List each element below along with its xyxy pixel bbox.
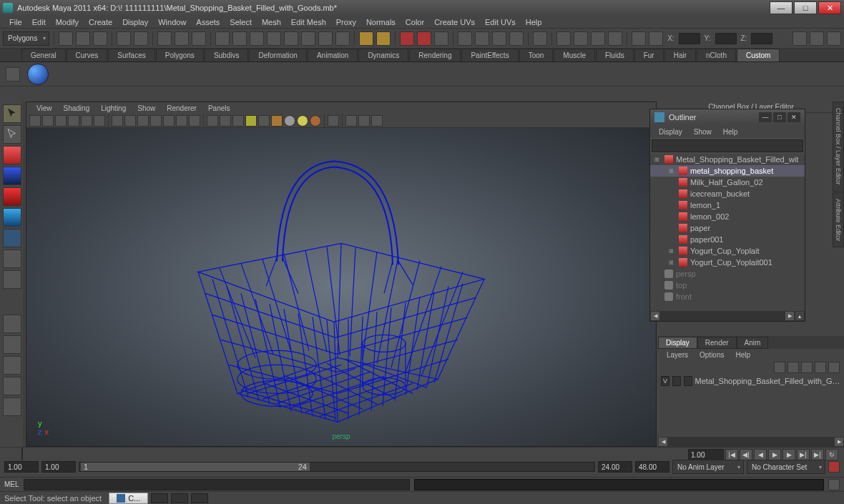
shelf-tab-hair[interactable]: Hair — [664, 49, 696, 61]
layout-icon[interactable] — [793, 31, 807, 46]
outliner-menu-help[interactable]: Help — [717, 128, 744, 136]
loop-button[interactable]: ↻ — [825, 449, 838, 460]
snap-live-icon[interactable] — [284, 31, 298, 46]
vp-icon[interactable] — [29, 115, 41, 127]
tool-icon[interactable] — [335, 31, 350, 46]
character-set-dropdown[interactable]: No Character Set — [747, 460, 825, 474]
outliner-max-button[interactable]: □ — [773, 112, 786, 122]
play-forward-button[interactable]: ▶ — [782, 449, 795, 460]
outliner-scrollbar[interactable]: ◀▶▲ — [650, 311, 805, 321]
layer-menu-layers[interactable]: Layers — [661, 351, 694, 359]
single-view-icon[interactable] — [3, 315, 21, 333]
layout-icon[interactable] — [3, 397, 21, 416]
tool-icon[interactable] — [574, 31, 588, 46]
taskbar-app-button[interactable]: C... — [109, 493, 148, 504]
outliner-item[interactable]: ⊞Metal_Shopping_Basket_Filled_wit — [650, 154, 805, 165]
show-manip-tool[interactable] — [3, 270, 21, 289]
vp-icon[interactable] — [55, 115, 67, 127]
vp-menu-lighting[interactable]: Lighting — [95, 104, 132, 112]
outliner-tree[interactable]: ⊞Metal_Shopping_Basket_Filled_wit⊞metal_… — [650, 154, 805, 311]
layout-icon[interactable] — [810, 31, 824, 46]
vp-icon[interactable] — [189, 115, 200, 127]
layer-type-toggle[interactable] — [672, 376, 681, 386]
vp-icon[interactable] — [42, 115, 54, 127]
command-input[interactable] — [24, 479, 410, 490]
layer-menu-options[interactable]: Options — [694, 351, 730, 359]
outliner-item[interactable]: Milk_Half_Gallon_02 — [650, 177, 805, 188]
vp-icon[interactable] — [176, 115, 187, 127]
outliner-item[interactable]: lemon_1 — [650, 199, 805, 211]
layer-icon[interactable] — [801, 362, 813, 373]
outliner-search-input[interactable] — [652, 139, 803, 152]
snap-point-icon[interactable] — [250, 31, 264, 46]
outliner-min-button[interactable]: — — [759, 112, 772, 122]
layer-visibility-toggle[interactable]: V — [661, 376, 669, 386]
vp-icon[interactable] — [207, 115, 218, 127]
vp-menu-show[interactable]: Show — [132, 104, 161, 112]
shelf-tab-fluids[interactable]: Fluids — [596, 49, 634, 61]
coord-x-input[interactable] — [679, 33, 700, 44]
tool-icon[interactable] — [492, 31, 506, 46]
layer-icon[interactable] — [815, 362, 826, 373]
go-end-button[interactable]: ▶| — [811, 449, 824, 460]
shelf-tab-surfaces[interactable]: Surfaces — [108, 49, 154, 61]
anim-start-field[interactable]: 1.00 — [4, 461, 39, 473]
menu-proxy[interactable]: Proxy — [331, 18, 361, 26]
anim-end-field[interactable]: 48.00 — [635, 461, 669, 473]
vp-icon[interactable] — [81, 115, 92, 127]
ipr-icon[interactable] — [417, 31, 431, 46]
four-view-icon[interactable] — [3, 335, 21, 354]
menu-normals[interactable]: Normals — [361, 18, 401, 26]
taskbar-window-button[interactable] — [151, 493, 168, 503]
time-slider[interactable]: 123456789101112131415161718192021222324 — [21, 448, 23, 460]
current-frame-field[interactable]: 1.00 — [688, 449, 724, 460]
layer-tab-render[interactable]: Render — [697, 337, 737, 349]
shelf-tab-fur[interactable]: Fur — [634, 49, 664, 61]
rotate-tool[interactable] — [3, 187, 21, 206]
layer-icon[interactable] — [787, 362, 799, 373]
play-back-button[interactable]: ▶ — [768, 449, 781, 460]
taskbar-window-button[interactable] — [171, 493, 188, 503]
vp-icon[interactable] — [328, 115, 339, 127]
outliner-item[interactable]: lemon_002 — [650, 211, 805, 222]
vp-icon[interactable] — [112, 115, 123, 127]
vp-menu-shading[interactable]: Shading — [58, 104, 96, 112]
menu-window[interactable]: Window — [153, 18, 191, 26]
undo-icon[interactable] — [117, 31, 131, 46]
minimize-button[interactable]: — — [770, 1, 793, 14]
outliner-titlebar[interactable]: Outliner — □ ✕ — [650, 109, 805, 125]
shelf-tab-subdivs[interactable]: Subdivs — [205, 49, 249, 61]
vp-icon[interactable] — [163, 115, 175, 127]
right-scrollbar[interactable]: ◀ ▶ — [658, 437, 844, 447]
vp-icon[interactable] — [271, 115, 283, 127]
outliner-item[interactable]: ⊞metal_shopping_basket — [650, 165, 805, 177]
side-tab-channel-box-layer-editor[interactable]: Channel Box / Layer Editor — [833, 102, 844, 192]
vp-icon[interactable] — [220, 115, 231, 127]
playback-start-field[interactable]: 1.00 — [41, 461, 76, 473]
snap-plane-icon[interactable] — [267, 31, 281, 46]
taskbar-window-button[interactable] — [191, 493, 208, 503]
outliner-item[interactable]: paper001 — [650, 234, 805, 245]
maximize-button[interactable]: □ — [794, 1, 817, 14]
layer-tab-display[interactable]: Display — [658, 337, 697, 349]
mode-selector[interactable]: Polygons — [3, 31, 49, 46]
vp-icon[interactable] — [345, 115, 357, 127]
outliner-item[interactable]: icecream_bucket — [650, 188, 805, 199]
snap-curve-icon[interactable] — [232, 31, 247, 46]
menu-help[interactable]: Help — [521, 18, 547, 26]
select-component-icon[interactable] — [192, 31, 206, 46]
go-start-button[interactable]: |◀ — [725, 449, 738, 460]
shelf-tab-deformation[interactable]: Deformation — [249, 49, 306, 61]
vp-icon[interactable] — [371, 115, 383, 127]
select-tool[interactable] — [3, 104, 21, 123]
tool-icon[interactable] — [591, 31, 605, 46]
tool-icon[interactable] — [556, 31, 571, 46]
new-scene-icon[interactable] — [59, 31, 73, 46]
paint-select-tool[interactable] — [3, 146, 21, 164]
tool-icon[interactable] — [632, 31, 646, 46]
lasso-tool[interactable] — [3, 125, 21, 144]
shelf-tab-muscle[interactable]: Muscle — [554, 49, 595, 61]
layer-tab-anim[interactable]: Anim — [737, 337, 769, 349]
layout-icon[interactable] — [3, 377, 21, 395]
save-scene-icon[interactable] — [93, 31, 107, 46]
